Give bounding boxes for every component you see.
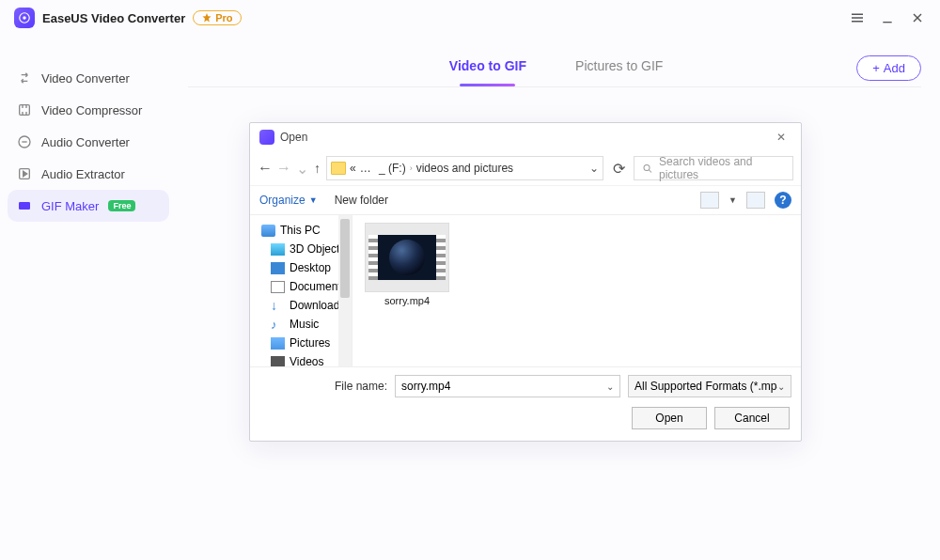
- sidebar-item-audio-converter[interactable]: Audio Converter: [0, 126, 177, 158]
- svg-point-1: [23, 16, 26, 20]
- file-name: sorry.mp4: [384, 295, 430, 306]
- help-icon[interactable]: ?: [775, 192, 791, 209]
- compress-icon: [17, 102, 32, 117]
- sidebar-item-label: Video Compressor: [41, 103, 142, 117]
- file-item[interactable]: sorry.mp4: [364, 223, 450, 306]
- refresh-icon[interactable]: ⟳: [609, 160, 628, 178]
- pictures-icon: [271, 337, 285, 350]
- sidebar-item-video-compressor[interactable]: Video Compressor: [0, 94, 177, 126]
- videos-icon: [271, 356, 285, 367]
- tree-pictures[interactable]: Pictures: [261, 334, 348, 352]
- tree-music[interactable]: ♪Music: [261, 315, 348, 334]
- svg-rect-8: [20, 105, 30, 116]
- sidebar-item-audio-extractor[interactable]: Audio Extractor: [0, 158, 177, 190]
- music-icon: ♪: [271, 319, 285, 331]
- tree-desktop[interactable]: Desktop: [261, 258, 348, 277]
- pc-icon: [261, 225, 275, 237]
- close-icon[interactable]: [909, 9, 926, 26]
- search-input[interactable]: Search videos and pictures: [634, 156, 793, 180]
- svg-line-13: [650, 170, 652, 173]
- app-logo-icon: [14, 8, 35, 28]
- search-icon: [642, 163, 653, 175]
- new-folder-button[interactable]: New folder: [335, 194, 388, 207]
- app-title: EaseUS Video Converter: [42, 11, 185, 25]
- audio-convert-icon: [17, 134, 32, 149]
- video-thumbnail: [365, 223, 449, 292]
- tree-3d-objects[interactable]: 3D Objects: [261, 240, 348, 258]
- dialog-title: Open: [280, 131, 307, 144]
- chevron-down-icon[interactable]: ▼: [728, 195, 737, 205]
- svg-rect-11: [19, 202, 30, 210]
- file-name-label: File name:: [259, 380, 387, 393]
- chevron-down-icon[interactable]: ⌄: [606, 381, 614, 392]
- open-button[interactable]: Open: [632, 407, 707, 429]
- nav-recent-icon[interactable]: ⌄: [295, 160, 308, 178]
- breadcrumb-folder[interactable]: videos and pictures: [416, 162, 513, 175]
- plus-icon: +: [872, 61, 880, 75]
- sidebar-item-label: Video Converter: [41, 71, 130, 86]
- dialog-close-icon[interactable]: ✕: [771, 129, 791, 146]
- tab-pictures-to-gif[interactable]: Pictures to GIF: [568, 49, 670, 86]
- tree-downloads[interactable]: ↓Downloads: [261, 296, 348, 315]
- preview-pane-button[interactable]: [746, 192, 765, 209]
- nav-up-icon[interactable]: ↑: [314, 161, 321, 176]
- sidebar-item-gif-maker[interactable]: GIF Maker Free: [8, 190, 169, 222]
- file-list: sorry.mp4: [352, 215, 801, 366]
- address-bar[interactable]: « … _ (F:) › videos and pictures ⌄: [326, 156, 603, 180]
- tab-video-to-gif[interactable]: Video to GIF: [442, 49, 534, 86]
- address-dropdown-icon[interactable]: ⌄: [589, 162, 599, 175]
- view-mode-button[interactable]: [700, 192, 719, 209]
- chevron-down-icon: ▼: [309, 195, 318, 205]
- minimize-icon[interactable]: [879, 9, 896, 26]
- tree-scrollbar[interactable]: [338, 215, 352, 366]
- folder-icon: [331, 162, 346, 175]
- add-button[interactable]: + Add: [856, 55, 921, 81]
- sidebar-item-video-converter[interactable]: Video Converter: [0, 62, 177, 94]
- folder-tree: This PC 3D Objects Desktop Documents ↓Do…: [250, 215, 352, 366]
- file-type-filter[interactable]: All Supported Formats (*.mp4 * ⌄: [628, 375, 791, 397]
- breadcrumb-drive[interactable]: … _ (F:): [360, 162, 406, 175]
- file-name-input[interactable]: sorry.mp4 ⌄: [395, 375, 620, 397]
- 3d-icon: [271, 243, 285, 256]
- convert-icon: [17, 70, 32, 86]
- titlebar: EaseUS Video Converter Pro: [0, 0, 940, 36]
- svg-point-12: [644, 164, 650, 170]
- nav-forward-icon[interactable]: →: [276, 160, 290, 177]
- sidebar-item-label: GIF Maker: [41, 199, 99, 213]
- sidebar: Video Converter Video Compressor Audio C…: [0, 36, 177, 560]
- organize-menu[interactable]: Organize ▼: [259, 194, 318, 207]
- pro-badge: Pro: [193, 10, 241, 25]
- dialog-logo-icon: [259, 130, 274, 145]
- free-badge: Free: [108, 200, 135, 211]
- desktop-icon: [271, 262, 285, 274]
- sidebar-item-label: Audio Converter: [41, 135, 130, 149]
- gif-icon: [17, 198, 32, 213]
- tree-videos[interactable]: Videos: [261, 352, 348, 366]
- chevron-right-icon: ›: [410, 163, 413, 173]
- tree-documents[interactable]: Documents: [261, 277, 348, 296]
- chevron-down-icon: ⌄: [777, 381, 785, 392]
- download-icon: ↓: [271, 300, 285, 312]
- sidebar-item-label: Audio Extractor: [41, 167, 125, 181]
- tree-this-pc[interactable]: This PC: [261, 221, 348, 240]
- open-file-dialog: Open ✕ ← → ⌄ ↑ « … _ (F:) › videos and p…: [249, 122, 802, 442]
- documents-icon: [271, 281, 285, 293]
- extract-icon: [17, 166, 32, 181]
- nav-back-icon[interactable]: ←: [258, 160, 271, 177]
- menu-icon[interactable]: [849, 9, 866, 26]
- cancel-button[interactable]: Cancel: [714, 407, 790, 429]
